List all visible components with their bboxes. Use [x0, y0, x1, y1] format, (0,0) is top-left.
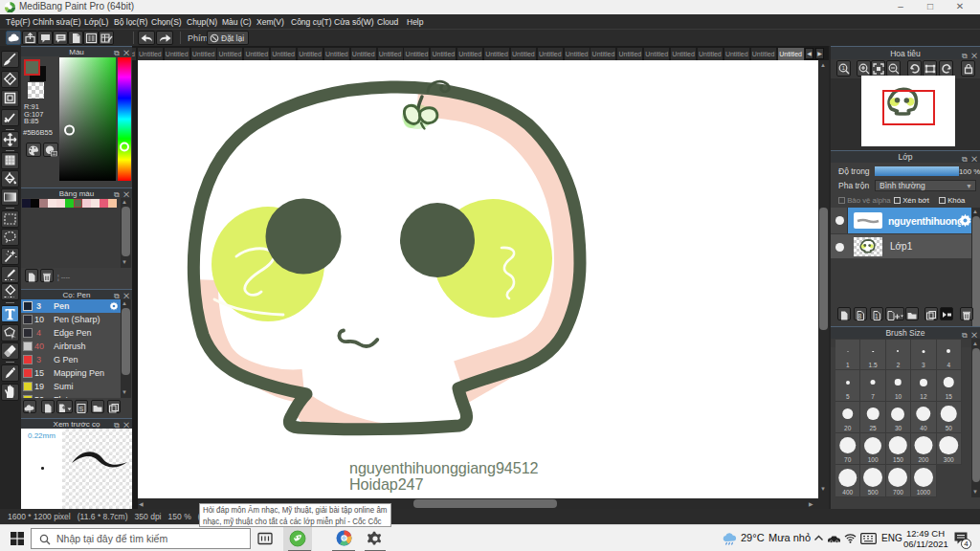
svg-text:Hoidap247: Hoidap247 [349, 475, 424, 493]
svg-text:1: 1 [842, 65, 845, 71]
svg-text:nguyenthihuonggiang94512: nguyenthihuonggiang94512 [349, 459, 539, 476]
svg-text:8: 8 [858, 313, 862, 320]
svg-text:1: 1 [875, 313, 879, 320]
svg-text:S: S [79, 406, 84, 412]
